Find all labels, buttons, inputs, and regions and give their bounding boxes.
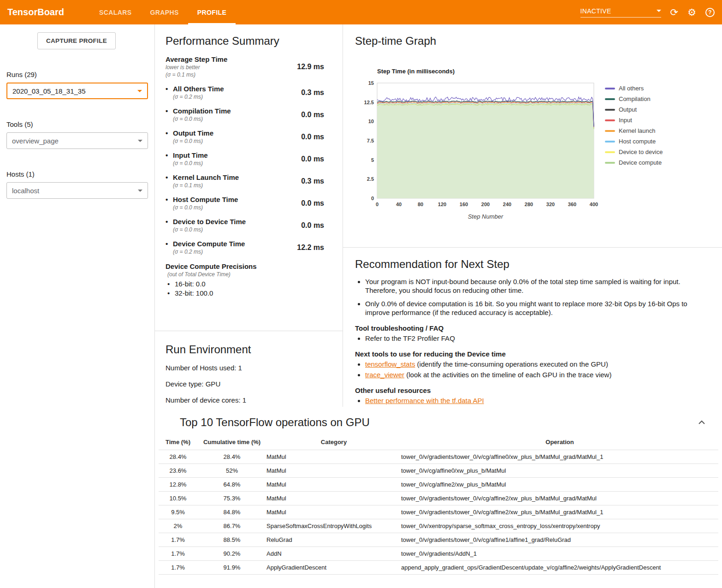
topbar: TensorBoard SCALARS GRAPHS PROFILE INACT… [0, 0, 722, 24]
tools-select-value: overview_page [12, 137, 59, 145]
recommendation-item: Better performance with the tf.data API [365, 396, 704, 405]
table-cell: tower_0/v/xentropy/sparse_softmax_cross_… [401, 519, 718, 533]
perf-row-note: lower is better [166, 64, 227, 71]
help-icon[interactable]: ? [705, 8, 715, 17]
legend-label: Host compute [619, 138, 656, 145]
recommendation-subheading: Tool troubleshooting / FAQ [355, 324, 704, 332]
perf-row-label: •Input Time [166, 151, 208, 160]
legend-swatch [605, 98, 615, 100]
legend-item: Input [605, 117, 663, 124]
perf-row-label: •Device Compute Time [166, 240, 245, 248]
recommendation-link[interactable]: tensorflow_stats [365, 360, 415, 368]
legend-swatch [605, 88, 615, 89]
tab-scalars[interactable]: SCALARS [90, 0, 141, 24]
perf-row-value: 0.3 ms [301, 89, 324, 97]
legend-label: Compilation [619, 95, 651, 102]
table-cell: MatMul [266, 478, 401, 492]
bullet-icon: • [166, 129, 173, 137]
perf-row-value: 0.3 ms [301, 177, 324, 185]
tab-profile[interactable]: PROFILE [188, 0, 236, 24]
reload-status-value: INACTIVE [580, 7, 611, 15]
topbar-right: INACTIVE ⟳ ⚙ ? [580, 7, 715, 18]
precisions-title: Device Compute Precisions [166, 262, 324, 270]
precision-item: •16-bit: 0.0 [167, 279, 324, 289]
recommendation-subheading: Next tools to use for reducing the Devic… [355, 350, 704, 358]
recommendation-link[interactable]: trace_viewer [365, 371, 404, 379]
top-operations-title: Top 10 TensorFlow operations on GPU [180, 416, 370, 429]
tools-label: Tools (5) [6, 120, 148, 128]
legend-label: All others [619, 85, 644, 92]
capture-profile-button[interactable]: CAPTURE PROFILE [37, 32, 116, 49]
svg-text:12.5: 12.5 [364, 100, 374, 105]
tools-select[interactable]: overview_page [6, 132, 148, 149]
perf-row-label: •All Others Time [166, 85, 224, 93]
run-environment-title: Run Environment [166, 343, 332, 356]
column-header: Cumulative time (%) [197, 436, 266, 450]
gear-icon[interactable]: ⚙ [687, 7, 696, 17]
sidebar: CAPTURE PROFILE Runs (29) 2020_03_05_18_… [0, 24, 154, 588]
legend-swatch [605, 130, 615, 132]
svg-text:5: 5 [371, 157, 374, 163]
recommendation-items: tensorflow_stats (identify the time-cons… [365, 360, 704, 379]
legend-item: Kernel launch [605, 127, 663, 134]
perf-row-sigma: (σ = 0.2 ms) [173, 93, 224, 101]
column-header: Operation [401, 436, 718, 450]
perf-row-value: 0.0 ms [301, 133, 324, 141]
table-row: 2%86.7%SparseSoftmaxCrossEntropyWithLogi… [159, 519, 718, 533]
table-cell: MatMul [266, 505, 401, 519]
perf-row-labels: •Device to Device Time(σ = 0.0 ms) [166, 218, 246, 233]
perf-row-labels: •Host Compute Time(σ = 0.0 ms) [166, 196, 238, 211]
table-cell: 2% [159, 519, 197, 533]
table-cell: tower_0/v/gradients/tower_0/v/cg/affine1… [401, 533, 718, 547]
step-time-graph-section: Step-time Graph Step Time (in millisecon… [343, 24, 722, 248]
perf-row-label: •Device to Device Time [166, 218, 246, 226]
legend-item: Host compute [605, 138, 663, 145]
bullet-icon: • [166, 151, 173, 160]
perf-row-label: Average Step Time [166, 55, 227, 64]
svg-text:40: 40 [396, 202, 402, 207]
device-compute-precisions: Device Compute Precisions (out of Total … [166, 262, 324, 298]
table-cell: 90.2% [197, 547, 266, 561]
chart-title: Step Time (in milliseconds) [377, 68, 722, 75]
refresh-icon[interactable]: ⟳ [670, 7, 679, 17]
table-row: 1.7%91.9%ApplyGradientDescentappend_appl… [159, 561, 718, 575]
perf-row-value: 0.0 ms [301, 111, 324, 119]
recommendation-title: Recommendation for Next Step [355, 258, 704, 271]
bullet-icon: • [166, 240, 173, 248]
perf-row: •Host Compute Time(σ = 0.0 ms)0.0 ms [166, 192, 324, 214]
right-column: Step-time Graph Step Time (in millisecon… [343, 24, 722, 407]
table-cell: 28.4% [159, 450, 197, 464]
table-cell: MatMul [266, 464, 401, 478]
legend-item: All others [605, 85, 663, 92]
hosts-select[interactable]: localhost [6, 182, 148, 199]
svg-text:400: 400 [590, 202, 598, 207]
tab-graphs[interactable]: GRAPHS [141, 0, 188, 24]
perf-row-sigma: (σ = 0.0 ms) [173, 137, 213, 145]
table-cell: 84.8% [197, 505, 266, 519]
svg-text:0: 0 [376, 202, 379, 207]
runs-label: Runs (29) [6, 71, 148, 78]
runs-select[interactable]: 2020_03_05_18_31_35 [6, 83, 148, 99]
perf-row: •Input Time(σ = 0.0 ms)0.0 ms [166, 148, 324, 170]
svg-text:320: 320 [546, 202, 555, 207]
legend-item: Output [605, 106, 663, 113]
table-cell: 23.6% [159, 464, 197, 478]
perf-row-labels: •Compilation Time(σ = 0.0 ms) [166, 107, 231, 123]
performance-rows: Average Step Timelower is better(σ = 0.1… [166, 52, 324, 259]
svg-text:160: 160 [460, 202, 468, 207]
table-cell: 75.3% [197, 492, 266, 505]
table-cell: 1.7% [159, 533, 197, 547]
chevron-down-icon [657, 10, 661, 12]
operations-table-body: 28.4%28.4%MatMultower_0/v/gradients/towe… [159, 450, 718, 575]
table-cell: ReluGrad [266, 533, 401, 547]
step-time-chart-svg: 02.557.51012.515040801201602002402803203… [355, 79, 600, 222]
collapse-chevron-up-icon[interactable] [696, 417, 707, 428]
reload-status-dropdown[interactable]: INACTIVE [580, 7, 661, 18]
table-cell: 1.7% [159, 561, 197, 575]
perf-row-labels: •Output Time(σ = 0.0 ms) [166, 129, 213, 145]
run-environment-line: Number of device cores: 1 [166, 396, 332, 404]
recommendation-link[interactable]: Better performance with the tf.data API [365, 397, 484, 404]
perf-row-labels: Average Step Timelower is better(σ = 0.1… [166, 55, 227, 78]
perf-row-labels: •All Others Time(σ = 0.2 ms) [166, 85, 224, 101]
legend-label: Kernel launch [619, 127, 656, 134]
